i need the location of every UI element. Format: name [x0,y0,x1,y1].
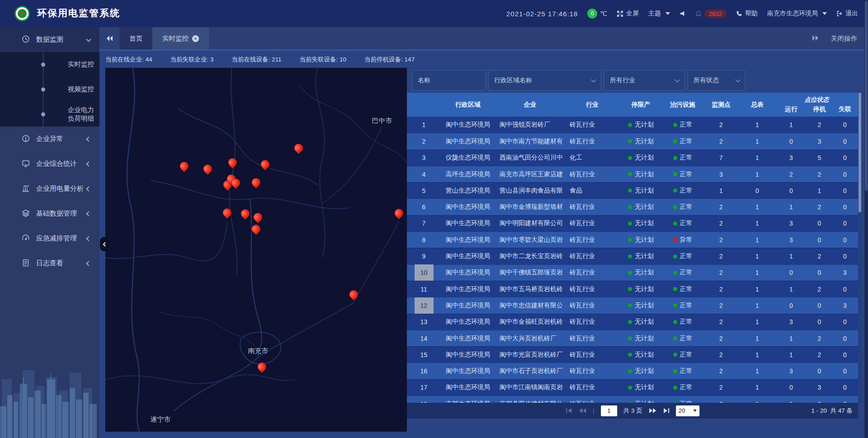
status-dot-green [628,287,632,291]
sidebar-group-label: 日志查看 [36,259,63,268]
cell-run: 1 [775,286,807,293]
tabs-scroll-right-button[interactable] [812,35,819,42]
status-filter-select[interactable]: 所有状态 [688,70,745,90]
cell-num: 7 [407,215,441,231]
sidebar-group-4[interactable]: 企业用电量分析 [0,176,99,201]
cell-facility: 正常 [662,383,703,391]
table-row[interactable]: 12阆中生态环境局阆中市忠信建材有限公砖瓦行业无计划正常21003 [407,297,858,313]
theme-dropdown[interactable]: 主题 [648,9,670,18]
notification-count-badge: 2632 [704,9,726,18]
cell-run: 3 [775,367,807,375]
table-row[interactable]: 15阆中生态环境局阆中市光富页岩机砖厂砖瓦行业无计划正常21120 [407,346,858,363]
status-dot-green [628,172,632,176]
table-scrollbar[interactable] [858,93,862,403]
map-panel[interactable]: 巴中市南充市遂宁市 [105,68,407,432]
cell-num: 6 [407,199,441,215]
cell-meters: 1 [739,286,775,293]
page-scrollbar[interactable] [864,0,868,438]
prev-page-button[interactable] [579,408,586,414]
sidebar-item-2[interactable]: 视频监控 [0,77,99,102]
tab-realtime-monitor[interactable]: 实时监控 ✕ [152,27,209,50]
table-row[interactable]: 1阆中生态环境局阆中强锐页岩砖厂砖瓦行业无计划正常21120 [407,117,858,133]
sidebar-group-3[interactable]: 企业综合统计 [0,151,99,176]
sidebar-group-label: 基础数据管理 [36,209,77,218]
page-size-select[interactable]: 20 [676,405,699,416]
fullscreen-button[interactable]: 全屏 [617,9,639,18]
table-row[interactable]: 3仪陇生态环境局西南油气田分公司川中化工无计划正常71350 [407,150,858,166]
limit-label: 无计划 [635,334,654,343]
cell-district: 阆中生态环境局 [441,318,495,326]
status-dot-green [628,386,632,390]
tabs-scroll-left-button[interactable] [99,27,119,50]
table-row[interactable]: 5营山生态环境局营山县润丰肉食品有限食品无计划正常10010 [407,182,858,198]
row-number: 16 [415,363,434,379]
cell-district: 高坪生态环境局 [441,170,495,179]
table-scrollbar-thumb[interactable] [859,93,861,212]
stat-2: 当前失联企业: 3 [170,56,214,64]
org-dropdown[interactable]: 南充市生态环境局 [767,9,827,18]
table-row[interactable]: 18南部生态环境局南部县双佳建材有限公砖瓦行业无计划正常21120 [407,396,858,403]
notifications[interactable]: 2632 [695,9,726,18]
stat-3: 当前在线设备: 211 [232,56,282,64]
cell-num: 16 [407,363,441,379]
exit-button[interactable]: 退出 [836,9,858,18]
table-row[interactable]: 11阆中生态环境局阆中市五马桥页岩机砖砖瓦行业无计划正常21120 [407,281,858,297]
tab-home[interactable]: 首页 [119,27,152,50]
cell-lost: 0 [832,318,858,325]
table-row[interactable]: 9阆中生态环境局阆中市二龙长宝页岩砖砖瓦行业无计划正常21120 [407,248,858,264]
table-row[interactable]: 6阆中生态环境局阆中市金博瑞新型墙材砖瓦行业无计划正常21120 [407,198,858,215]
table-row[interactable]: 2阆中生态环境局阆中市南方节能建材有砖瓦行业无计划正常21030 [407,133,858,149]
region-filter-select[interactable]: 行政区域名称 [488,70,601,90]
col-header-point-status: 点位状态 [775,96,858,104]
table-row[interactable]: 13阆中生态环境局阆中市金福旺页岩机砖砖瓦行业无计划正常21300 [407,314,858,330]
cell-num: 17 [407,379,441,396]
table-row[interactable]: 16阆中生态环境局阆中市石子页岩机砖厂砖瓦行业无计划正常21300 [407,363,858,379]
cell-facility: 正常 [662,170,703,179]
panel-collapse-handle[interactable] [100,237,109,251]
col-header-facility: 治污设施 [662,93,703,117]
last-page-button[interactable] [663,408,670,414]
page-number-input[interactable] [601,405,617,416]
table-row[interactable]: 8阆中生态环境局阆中市枣碧大梁山页岩砖瓦行业无计划异常21300 [407,231,858,248]
next-page-button[interactable] [649,408,656,414]
row-number: 3 [415,150,434,166]
facility-label: 正常 [680,203,693,211]
page-scrollbar-thumb[interactable] [865,1,868,191]
status-dot-green [628,369,632,373]
cell-facility: 正常 [662,121,703,129]
cell-lost: 0 [832,187,858,194]
table-row[interactable]: 7阆中生态环境局阆中明阳建材有限公司砖瓦行业无计划正常21300 [407,215,858,231]
chart-icon [22,184,30,193]
industry-filter-select[interactable]: 所有行业 [604,70,685,90]
sidebar-group-7[interactable]: 日志查看 [0,251,99,276]
cell-facility: 正常 [662,318,703,326]
cell-facility: 正常 [662,219,703,227]
cell-lost: 0 [832,253,858,260]
sidebar-item-1[interactable]: 实时监控 [0,52,99,77]
sidebar-group-2[interactable]: 企业异常 [0,127,99,151]
table-row[interactable]: 17阆中生态环境局阆中市江南镇阆南页岩砖瓦行业无计划正常21030 [407,379,858,396]
cell-points: 2 [703,138,739,145]
speaker-icon[interactable] [679,10,686,17]
cell-lost: 3 [832,269,858,276]
limit-label: 无计划 [635,219,654,227]
sidebar-item-3[interactable]: 企业电力负荷明细 [0,102,99,127]
row-number: 1 [415,117,434,133]
table-row[interactable]: 10阆中生态环境局阆中千佛镇五郎垭页岩砖瓦行业无计划正常21003 [407,264,858,281]
row-number: 12 [415,297,434,314]
facility-label: 正常 [680,137,693,146]
help-button[interactable]: 帮助 [736,9,758,18]
table-row[interactable]: 14阆中生态环境局阆中大兴页岩机砖厂砖瓦行业无计划正常21120 [407,330,858,346]
first-page-button[interactable] [566,408,572,414]
tab-close-icon[interactable]: ✕ [192,35,199,42]
cell-limit: 无计划 [619,351,662,359]
sidebar-group-5[interactable]: 基础数据管理 [0,201,99,226]
table-row[interactable]: 4高坪生态环境局南充市高坪区王家店建砖瓦行业无计划正常31220 [407,166,858,182]
cell-industry: 砖瓦行业 [565,318,619,326]
sidebar-group-1[interactable]: 数据监测 [0,27,99,52]
map-city-label: 遂宁市 [151,415,171,424]
sidebar-group-6[interactable]: 应急减排管理 [0,226,99,251]
col-header-district: 行政区域 [441,93,495,117]
name-filter-input[interactable]: 名称 [412,70,486,90]
close-operations-button[interactable]: 关闭操作 [831,34,857,43]
